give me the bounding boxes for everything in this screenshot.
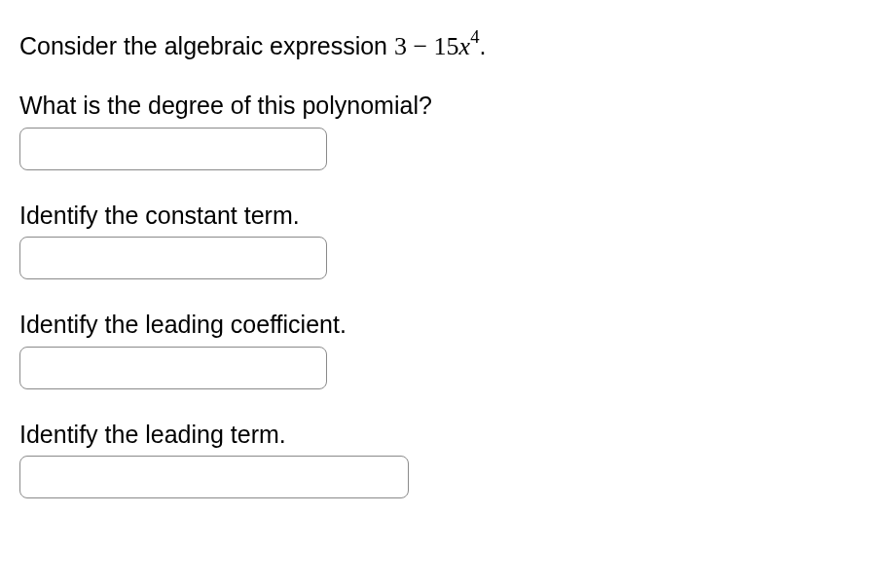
math-expression: 3 − 15x4 <box>394 32 480 60</box>
question-leading-term-label: Identify the leading term. <box>19 419 857 451</box>
intro-suffix: . <box>480 32 487 59</box>
degree-input[interactable] <box>19 128 327 170</box>
expr-base: 3 − 15x <box>394 32 470 60</box>
leading-term-input[interactable] <box>19 456 409 498</box>
question-constant-label: Identify the constant term. <box>19 200 857 232</box>
constant-term-input[interactable] <box>19 237 327 279</box>
question-degree: What is the degree of this polynomial? <box>19 90 857 170</box>
question-degree-label: What is the degree of this polynomial? <box>19 90 857 122</box>
question-leading-coefficient-label: Identify the leading coefficient. <box>19 309 857 341</box>
intro-prefix: Consider the algebraic expression <box>19 32 394 59</box>
question-leading-term: Identify the leading term. <box>19 419 857 499</box>
question-constant: Identify the constant term. <box>19 200 857 280</box>
intro-text: Consider the algebraic expression 3 − 15… <box>19 27 857 62</box>
leading-coefficient-input[interactable] <box>19 347 327 389</box>
question-leading-coefficient: Identify the leading coefficient. <box>19 309 857 389</box>
expr-exponent: 4 <box>470 26 479 47</box>
